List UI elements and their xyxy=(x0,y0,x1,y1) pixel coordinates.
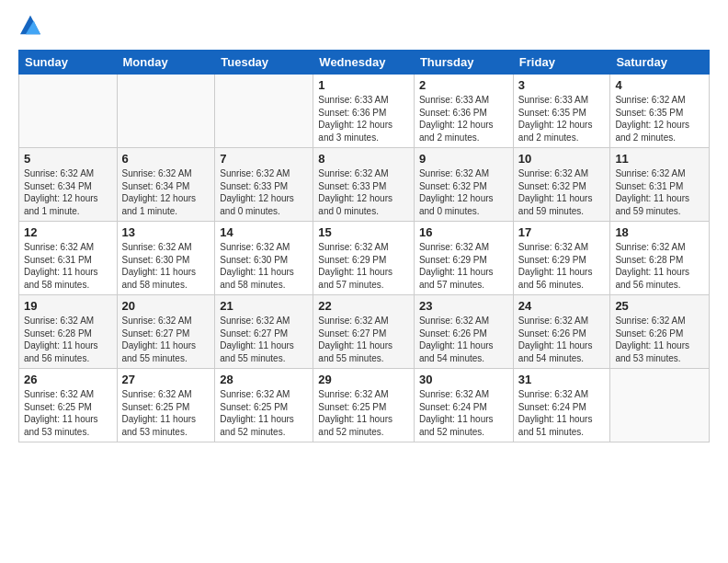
week-row-5: 26Sunrise: 6:32 AM Sunset: 6:25 PM Dayli… xyxy=(19,369,710,442)
calendar-cell: 14Sunrise: 6:32 AM Sunset: 6:30 PM Dayli… xyxy=(215,222,313,295)
calendar-cell: 12Sunrise: 6:32 AM Sunset: 6:31 PM Dayli… xyxy=(19,222,118,295)
calendar-cell xyxy=(610,369,710,442)
day-info: Sunrise: 6:32 AM Sunset: 6:31 PM Dayligh… xyxy=(24,241,112,291)
calendar-cell: 19Sunrise: 6:32 AM Sunset: 6:28 PM Dayli… xyxy=(19,295,118,369)
weekday-header-sunday: Sunday xyxy=(19,51,118,75)
day-info: Sunrise: 6:32 AM Sunset: 6:29 PM Dayligh… xyxy=(318,241,409,291)
day-number: 7 xyxy=(220,152,308,166)
week-row-3: 12Sunrise: 6:32 AM Sunset: 6:31 PM Dayli… xyxy=(19,222,710,295)
calendar-cell: 31Sunrise: 6:32 AM Sunset: 6:24 PM Dayli… xyxy=(513,369,610,442)
day-info: Sunrise: 6:32 AM Sunset: 6:27 PM Dayligh… xyxy=(220,315,308,364)
day-info: Sunrise: 6:32 AM Sunset: 6:32 PM Dayligh… xyxy=(419,167,508,217)
calendar-cell: 1Sunrise: 6:33 AM Sunset: 6:36 PM Daylig… xyxy=(313,75,415,148)
calendar-cell: 25Sunrise: 6:32 AM Sunset: 6:26 PM Dayli… xyxy=(610,295,710,369)
calendar-cell: 27Sunrise: 6:32 AM Sunset: 6:25 PM Dayli… xyxy=(117,369,215,442)
day-info: Sunrise: 6:33 AM Sunset: 6:36 PM Dayligh… xyxy=(419,94,508,144)
day-number: 13 xyxy=(122,225,210,239)
day-info: Sunrise: 6:33 AM Sunset: 6:35 PM Dayligh… xyxy=(518,94,606,144)
calendar-cell: 18Sunrise: 6:32 AM Sunset: 6:28 PM Dayli… xyxy=(610,222,710,295)
logo xyxy=(18,15,42,39)
weekday-header-thursday: Thursday xyxy=(414,51,513,75)
day-number: 21 xyxy=(220,299,308,313)
day-number: 27 xyxy=(122,373,210,386)
calendar-cell: 22Sunrise: 6:32 AM Sunset: 6:27 PM Dayli… xyxy=(313,295,415,369)
day-number: 5 xyxy=(24,152,112,166)
day-info: Sunrise: 6:32 AM Sunset: 6:26 PM Dayligh… xyxy=(518,315,606,364)
day-number: 19 xyxy=(24,299,112,313)
calendar-cell: 10Sunrise: 6:32 AM Sunset: 6:32 PM Dayli… xyxy=(513,148,610,222)
calendar-cell: 16Sunrise: 6:32 AM Sunset: 6:29 PM Dayli… xyxy=(414,222,513,295)
day-info: Sunrise: 6:32 AM Sunset: 6:25 PM Dayligh… xyxy=(24,388,112,438)
weekday-header-wednesday: Wednesday xyxy=(313,51,415,75)
calendar-cell: 24Sunrise: 6:32 AM Sunset: 6:26 PM Dayli… xyxy=(513,295,610,369)
day-number: 30 xyxy=(419,373,508,386)
day-number: 28 xyxy=(220,373,308,386)
day-number: 17 xyxy=(518,225,606,239)
week-row-4: 19Sunrise: 6:32 AM Sunset: 6:28 PM Dayli… xyxy=(19,295,710,369)
day-info: Sunrise: 6:32 AM Sunset: 6:27 PM Dayligh… xyxy=(122,315,210,364)
day-number: 16 xyxy=(419,225,508,239)
day-info: Sunrise: 6:32 AM Sunset: 6:24 PM Dayligh… xyxy=(518,388,606,438)
day-info: Sunrise: 6:32 AM Sunset: 6:32 PM Dayligh… xyxy=(518,167,606,217)
page: SundayMondayTuesdayWednesdayThursdayFrid… xyxy=(0,0,728,563)
calendar-cell: 4Sunrise: 6:32 AM Sunset: 6:35 PM Daylig… xyxy=(610,75,710,148)
calendar-cell: 5Sunrise: 6:32 AM Sunset: 6:34 PM Daylig… xyxy=(19,148,118,222)
calendar-cell xyxy=(117,75,215,148)
calendar-cell: 23Sunrise: 6:32 AM Sunset: 6:26 PM Dayli… xyxy=(414,295,513,369)
day-info: Sunrise: 6:32 AM Sunset: 6:30 PM Dayligh… xyxy=(220,241,308,291)
day-info: Sunrise: 6:32 AM Sunset: 6:33 PM Dayligh… xyxy=(318,167,409,217)
day-number: 18 xyxy=(615,225,704,239)
weekday-header-saturday: Saturday xyxy=(610,51,710,75)
day-number: 15 xyxy=(318,225,409,239)
day-info: Sunrise: 6:32 AM Sunset: 6:30 PM Dayligh… xyxy=(122,241,210,291)
calendar-cell xyxy=(215,75,313,148)
calendar-cell: 30Sunrise: 6:32 AM Sunset: 6:24 PM Dayli… xyxy=(414,369,513,442)
day-info: Sunrise: 6:32 AM Sunset: 6:34 PM Dayligh… xyxy=(24,167,112,217)
calendar-cell: 21Sunrise: 6:32 AM Sunset: 6:27 PM Dayli… xyxy=(215,295,313,369)
day-info: Sunrise: 6:32 AM Sunset: 6:33 PM Dayligh… xyxy=(220,167,308,217)
day-number: 4 xyxy=(615,78,704,92)
weekday-header-tuesday: Tuesday xyxy=(215,51,313,75)
day-info: Sunrise: 6:32 AM Sunset: 6:25 PM Dayligh… xyxy=(220,388,308,438)
day-number: 20 xyxy=(122,299,210,313)
day-number: 26 xyxy=(24,373,112,386)
day-number: 1 xyxy=(318,78,409,92)
day-info: Sunrise: 6:32 AM Sunset: 6:29 PM Dayligh… xyxy=(419,241,508,291)
calendar-cell: 29Sunrise: 6:32 AM Sunset: 6:25 PM Dayli… xyxy=(313,369,415,442)
calendar-cell: 6Sunrise: 6:32 AM Sunset: 6:34 PM Daylig… xyxy=(117,148,215,222)
day-info: Sunrise: 6:32 AM Sunset: 6:26 PM Dayligh… xyxy=(615,315,704,364)
calendar-cell: 17Sunrise: 6:32 AM Sunset: 6:29 PM Dayli… xyxy=(513,222,610,295)
weekday-header-friday: Friday xyxy=(513,51,610,75)
weekday-header-row: SundayMondayTuesdayWednesdayThursdayFrid… xyxy=(19,51,710,75)
day-number: 31 xyxy=(518,373,606,386)
logo-icon xyxy=(20,15,40,35)
day-info: Sunrise: 6:32 AM Sunset: 6:25 PM Dayligh… xyxy=(122,388,210,438)
calendar-cell: 13Sunrise: 6:32 AM Sunset: 6:30 PM Dayli… xyxy=(117,222,215,295)
week-row-1: 1Sunrise: 6:33 AM Sunset: 6:36 PM Daylig… xyxy=(19,75,710,148)
day-number: 22 xyxy=(318,299,409,313)
day-info: Sunrise: 6:32 AM Sunset: 6:25 PM Dayligh… xyxy=(318,388,409,438)
week-row-2: 5Sunrise: 6:32 AM Sunset: 6:34 PM Daylig… xyxy=(19,148,710,222)
calendar-cell: 20Sunrise: 6:32 AM Sunset: 6:27 PM Dayli… xyxy=(117,295,215,369)
day-number: 3 xyxy=(518,78,606,92)
calendar-cell: 9Sunrise: 6:32 AM Sunset: 6:32 PM Daylig… xyxy=(414,148,513,222)
calendar-cell: 26Sunrise: 6:32 AM Sunset: 6:25 PM Dayli… xyxy=(19,369,118,442)
day-number: 10 xyxy=(518,152,606,166)
day-number: 14 xyxy=(220,225,308,239)
calendar-cell: 3Sunrise: 6:33 AM Sunset: 6:35 PM Daylig… xyxy=(513,75,610,148)
calendar-cell: 8Sunrise: 6:32 AM Sunset: 6:33 PM Daylig… xyxy=(313,148,415,222)
calendar-cell: 15Sunrise: 6:32 AM Sunset: 6:29 PM Dayli… xyxy=(313,222,415,295)
day-info: Sunrise: 6:32 AM Sunset: 6:35 PM Dayligh… xyxy=(615,94,704,144)
day-info: Sunrise: 6:32 AM Sunset: 6:28 PM Dayligh… xyxy=(615,241,704,291)
calendar-cell: 7Sunrise: 6:32 AM Sunset: 6:33 PM Daylig… xyxy=(215,148,313,222)
day-number: 24 xyxy=(518,299,606,313)
calendar: SundayMondayTuesdayWednesdayThursdayFrid… xyxy=(18,50,710,442)
calendar-cell xyxy=(19,75,118,148)
calendar-cell: 11Sunrise: 6:32 AM Sunset: 6:31 PM Dayli… xyxy=(610,148,710,222)
day-number: 9 xyxy=(419,152,508,166)
day-number: 2 xyxy=(419,78,508,92)
day-info: Sunrise: 6:32 AM Sunset: 6:27 PM Dayligh… xyxy=(318,315,409,364)
day-info: Sunrise: 6:32 AM Sunset: 6:29 PM Dayligh… xyxy=(518,241,606,291)
day-number: 23 xyxy=(419,299,508,313)
weekday-header-monday: Monday xyxy=(117,51,215,75)
